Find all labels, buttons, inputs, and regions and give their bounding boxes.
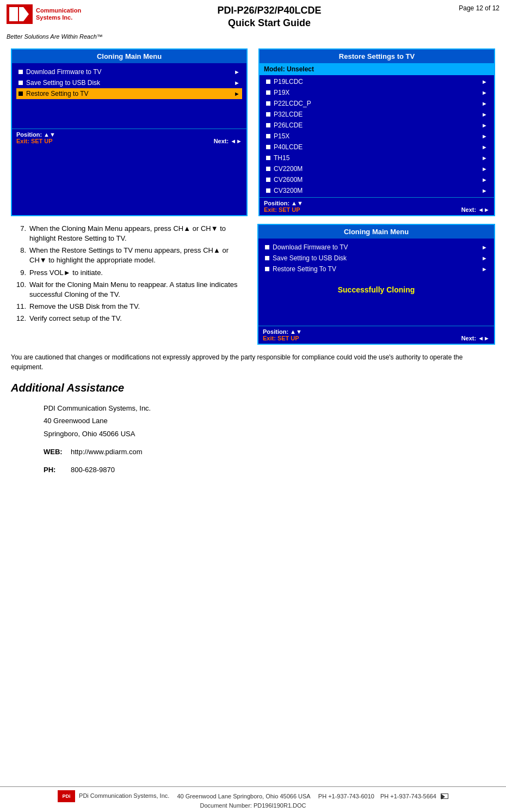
address-line3: Springboro, Ohio 45066 USA [44, 428, 495, 440]
footer-logo: PDi [58, 790, 75, 802]
menu-item-download: Download Firmware to TV ► [16, 66, 242, 77]
footer-line-2: Document Number: PD196I190R1.DOC [5, 802, 501, 809]
svg-marker-2 [23, 7, 29, 21]
footer-position: Position: ▲▼ [263, 328, 490, 335]
menu-item-restore-3: Restore Setting To TV ► [263, 264, 490, 274]
footer-line-1: PDi PDi Communication Systems, Inc. 40 G… [5, 790, 501, 802]
arrow-icon: ► [482, 111, 488, 118]
arrow-icon: ► [482, 155, 488, 161]
model-cv2600m: CV2600M ► [264, 174, 490, 185]
arrow-icon: ► [482, 100, 488, 107]
bullet-icon [266, 123, 270, 127]
email-icon [441, 793, 448, 799]
contact-block: PDI Communication Systems, Inc. 40 Green… [44, 402, 495, 477]
tv-screen2-body: P19LCDC ► P19X ► P22LCDC_P ► P32LCDE ► [260, 75, 494, 197]
header-center: PDI-P26/P32/P40LCDE Quick Start Guide [104, 4, 434, 30]
step-7: 7. When the Cloning Main Menu appears, p… [11, 224, 246, 243]
tv-screen-cloning-menu: Cloning Main Menu Download Firmware to T… [11, 48, 248, 216]
steps-row: 7. When the Cloning Main Menu appears, p… [11, 224, 495, 345]
screens-row-1: Cloning Main Menu Download Firmware to T… [11, 48, 495, 216]
ph-value: 800-628-9870 [71, 463, 115, 476]
bullet-icon [265, 267, 269, 271]
footer-separator [171, 793, 175, 799]
arrow-icon: ► [482, 176, 488, 183]
footer-separator3 [377, 793, 378, 799]
bullet-icon [266, 90, 270, 95]
pdi-logo [7, 4, 33, 24]
tv-screen3-title: Cloning Main Menu [258, 225, 494, 239]
arrow-icon: ► [482, 255, 488, 261]
arrow-icon: ► [482, 78, 488, 85]
bullet-icon [265, 256, 269, 260]
logo-area: Communication Systems Inc. [7, 4, 104, 24]
model-p26lcde: P26LCDE ► [264, 120, 490, 131]
bullet-icon [18, 81, 23, 85]
tagline: Better Solutions Are Within Reach™ [0, 32, 506, 43]
footer-exit-next: Exit: SET UP Next: ◄► [263, 335, 490, 341]
model-cv3200m: CV3200M ► [264, 185, 490, 196]
address-line2: 40 Greenwood Lane [44, 414, 495, 427]
arrow-icon: ► [482, 266, 488, 272]
tv-screen-success: Cloning Main Menu Download Firmware to T… [257, 224, 495, 345]
bullet-icon [18, 91, 23, 96]
arrow-icon: ► [234, 69, 240, 75]
svg-rect-0 [9, 7, 18, 21]
success-message: Successfully Cloning [263, 285, 490, 294]
bullet-icon [266, 101, 270, 106]
bullet-icon [18, 70, 23, 74]
tv-screen1-title: Cloning Main Menu [12, 50, 246, 63]
bullet-icon [266, 188, 270, 193]
model-p15x: P15X ► [264, 131, 490, 142]
web-row: WEB: http://www.pdiarm.com [44, 445, 495, 458]
bullet-icon [265, 245, 269, 249]
step-9: 9. Press VOL► to initiate. [11, 268, 246, 278]
main-content: Cloning Main Menu Download Firmware to T… [0, 43, 506, 482]
arrow-icon: ► [482, 133, 488, 139]
bullet-icon [266, 156, 270, 160]
bullet-icon [266, 167, 270, 171]
tv-screen2-footer: Position: ▲▼ Exit: SET UP Next: ◄► [260, 197, 494, 215]
steps-text: 7. When the Cloning Main Menu appears, p… [11, 224, 246, 326]
web-value: http://www.pdiarm.com [71, 445, 143, 458]
ph-row: PH: 800-628-9870 [44, 463, 495, 476]
company-name: Communication Systems Inc. [36, 7, 81, 21]
tv-screen3-body: Download Firmware to TV ► Save Setting t… [258, 239, 494, 326]
model-p19lcdc: P19LCDC ► [264, 76, 490, 87]
footer-position: Position: ▲▼ [16, 131, 242, 138]
arrow-icon: ► [234, 80, 240, 86]
footer-company: PDi PDi Communication Systems, Inc. [58, 790, 169, 802]
bullet-icon [266, 145, 270, 149]
arrow-icon: ► [482, 187, 488, 194]
bullet-icon [266, 112, 270, 117]
bullet-icon [266, 134, 270, 138]
doc-title: PDI-P26/P32/P40LCDE Quick Start Guide [104, 4, 434, 30]
model-p22lcdc-p: P22LCDC_P ► [264, 98, 490, 109]
page-footer: PDi PDi Communication Systems, Inc. 40 G… [0, 786, 506, 812]
footer-position: Position: ▲▼ [264, 200, 490, 206]
web-label: WEB: [44, 445, 65, 458]
model-p19x: P19X ► [264, 87, 490, 98]
arrow-icon: ► [482, 144, 488, 150]
ph-label: PH: [44, 463, 65, 476]
arrow-icon: ► [482, 89, 488, 96]
arrow-icon: ► [482, 166, 488, 172]
step-10: 10. Wait for the Cloning Main Menu to re… [11, 280, 246, 300]
step-12: 12. Verify correct setup of the TV. [11, 314, 246, 323]
menu-item-save: Save Setting to USB Disk ► [16, 77, 242, 88]
caution-text: You are cautioned that changes or modifi… [11, 352, 495, 372]
tv-screen1-footer: Position: ▲▼ Exit: SET UP Next: ◄► [12, 129, 246, 146]
arrow-icon: ► [234, 90, 240, 97]
tv-screen-restore: Restore Settings to TV Model: Unselect P… [258, 48, 495, 216]
address-line1: PDI Communication Systems, Inc. [44, 402, 495, 414]
arrow-icon: ► [482, 122, 488, 129]
additional-assistance: Additional Assistance PDI Communication … [11, 382, 495, 477]
tv-screen3-footer: Position: ▲▼ Exit: SET UP Next: ◄► [258, 326, 494, 344]
steps-list: 7. When the Cloning Main Menu appears, p… [11, 224, 246, 324]
model-p40lcde: P40LCDE ► [264, 142, 490, 152]
bullet-icon [266, 80, 270, 84]
model-cv2200m: CV2200M ► [264, 163, 490, 174]
model-p32lcde: P32LCDE ► [264, 109, 490, 120]
page-number: Page 12 of 12 [434, 4, 499, 12]
step-11: 11. Remove the USB Disk from the TV. [11, 302, 246, 312]
menu-item-download-3: Download Firmware to TV ► [263, 242, 490, 253]
